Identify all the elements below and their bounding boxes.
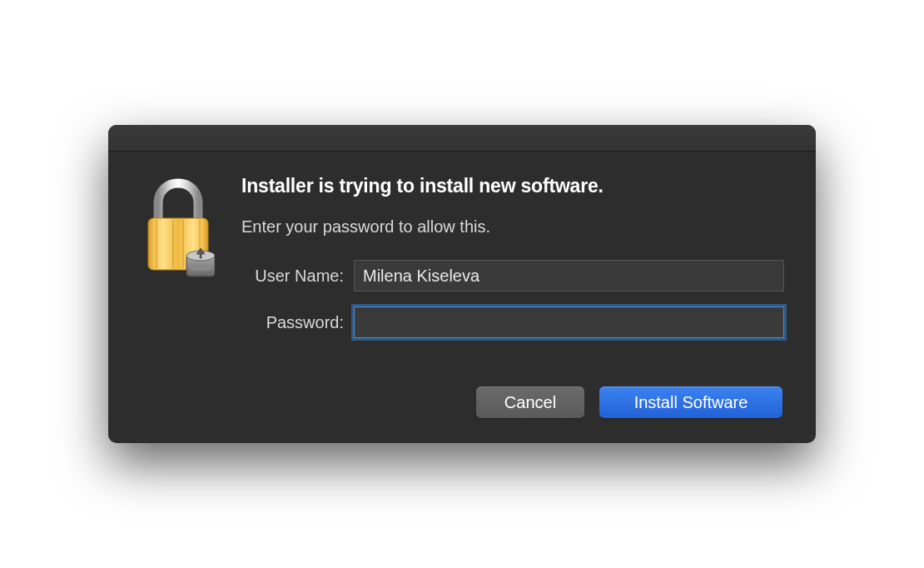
button-row: Cancel Install Software xyxy=(241,386,784,418)
dialog-heading: Installer is trying to install new softw… xyxy=(241,175,784,197)
username-label: User Name: xyxy=(241,267,354,286)
install-software-button[interactable]: Install Software xyxy=(599,386,782,418)
username-field[interactable] xyxy=(354,260,784,291)
password-field[interactable] xyxy=(354,306,784,338)
titlebar xyxy=(108,125,816,152)
cancel-button[interactable]: Cancel xyxy=(476,386,584,418)
dialog-content: Installer is trying to install new softw… xyxy=(108,152,816,443)
password-row: Password: xyxy=(241,306,784,338)
text-column: Installer is trying to install new softw… xyxy=(241,175,784,418)
icon-column xyxy=(140,175,216,418)
password-label: Password: xyxy=(241,313,354,332)
lock-icon xyxy=(140,178,216,278)
username-row: User Name: xyxy=(241,260,784,291)
auth-dialog: Installer is trying to install new softw… xyxy=(108,125,816,443)
svg-rect-9 xyxy=(191,265,211,271)
dialog-subheading: Enter your password to allow this. xyxy=(241,217,784,237)
